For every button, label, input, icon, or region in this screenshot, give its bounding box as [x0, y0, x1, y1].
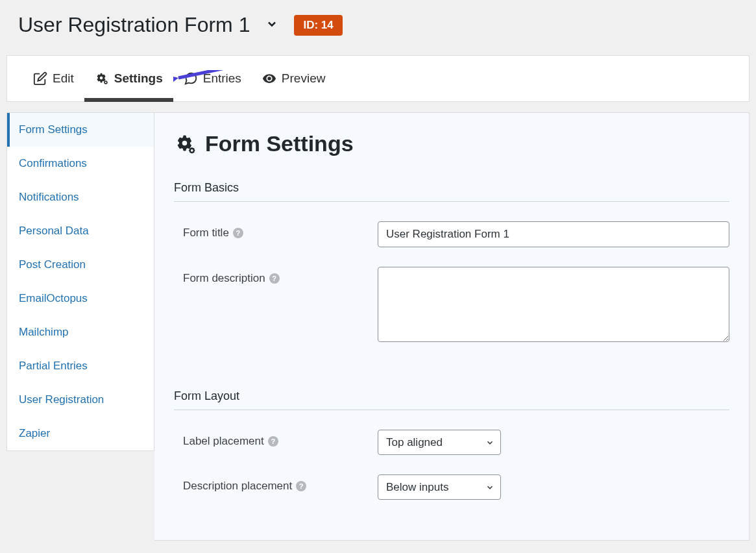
select-description-placement[interactable]: Below inputs — [378, 474, 501, 500]
help-icon[interactable]: ? — [233, 228, 243, 238]
sidebar-item-user-registration[interactable]: User Registration — [7, 383, 154, 417]
row-form-title: Form title ? — [174, 221, 729, 247]
sidebar-item-personal-data[interactable]: Personal Data — [7, 214, 154, 248]
row-label-placement: Label placement ? Top aligned — [174, 430, 729, 455]
main-panel: Form Settings Form Basics Form title ? F… — [154, 112, 750, 541]
chevron-down-icon — [265, 18, 278, 31]
sidebar-item-mailchimp[interactable]: Mailchimp — [7, 315, 154, 349]
section-heading-basics: Form Basics — [174, 181, 729, 202]
form-switcher-toggle[interactable] — [262, 14, 282, 36]
sidebar-item-form-settings[interactable]: Form Settings — [7, 113, 154, 147]
sidebar-item-zapier[interactable]: Zapier — [7, 417, 154, 450]
sidebar-item-confirmations[interactable]: Confirmations — [7, 147, 154, 180]
tab-entries-label: Entries — [203, 71, 241, 86]
comment-icon — [184, 71, 198, 86]
label-label-placement: Label placement ? — [183, 430, 378, 448]
svg-point-0 — [104, 81, 107, 84]
tab-edit-label: Edit — [53, 71, 74, 86]
label-form-title: Form title ? — [183, 221, 378, 240]
form-id-badge: ID: 14 — [294, 15, 342, 36]
tab-settings-label: Settings — [114, 71, 163, 86]
section-heading-layout: Form Layout — [174, 389, 729, 410]
gears-icon — [174, 132, 197, 156]
tab-preview-label: Preview — [282, 71, 326, 86]
tab-settings[interactable]: Settings — [84, 56, 173, 101]
help-icon[interactable]: ? — [268, 436, 278, 447]
help-icon[interactable]: ? — [296, 481, 306, 491]
help-icon[interactable]: ? — [269, 273, 280, 284]
input-form-description[interactable] — [378, 267, 729, 342]
main-title-text: Form Settings — [205, 131, 354, 156]
page-header: User Registration Form 1 ID: 14 — [0, 0, 756, 55]
select-label-placement[interactable]: Top aligned — [378, 430, 501, 455]
input-form-title[interactable] — [378, 221, 729, 247]
sidebar-item-post-creation[interactable]: Post Creation — [7, 248, 154, 282]
tab-entries[interactable]: Entries — [173, 56, 252, 101]
row-form-description: Form description ? — [174, 267, 729, 344]
sidebar-item-notifications[interactable]: Notifications — [7, 180, 154, 214]
sidebar-item-partial-entries[interactable]: Partial Entries — [7, 349, 154, 383]
label-form-description: Form description ? — [183, 267, 378, 285]
eye-icon — [262, 71, 276, 86]
sidebar-item-emailoctopus[interactable]: EmailOctopus — [7, 282, 154, 315]
settings-sidebar: Form Settings Confirmations Notification… — [6, 112, 154, 451]
main-title: Form Settings — [174, 131, 729, 156]
tab-preview[interactable]: Preview — [252, 56, 336, 101]
row-description-placement: Description placement ? Below inputs — [174, 474, 729, 500]
label-description-placement: Description placement ? — [183, 474, 378, 493]
page-title: User Registration Form 1 — [18, 13, 250, 37]
toolbar: Edit Settings Entries Preview — [6, 55, 750, 102]
tab-edit[interactable]: Edit — [23, 56, 84, 101]
edit-icon — [33, 71, 47, 86]
gears-icon — [95, 71, 109, 86]
